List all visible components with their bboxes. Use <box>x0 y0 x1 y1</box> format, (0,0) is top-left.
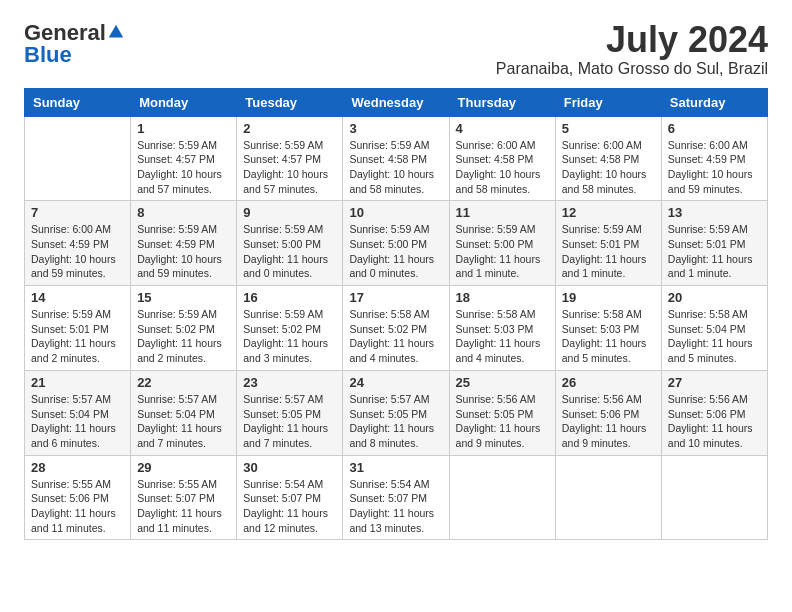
table-row: 2Sunrise: 5:59 AM Sunset: 4:57 PM Daylig… <box>237 116 343 201</box>
table-row: 8Sunrise: 5:59 AM Sunset: 4:59 PM Daylig… <box>131 201 237 286</box>
header-saturday: Saturday <box>661 88 767 116</box>
table-row: 15Sunrise: 5:59 AM Sunset: 5:02 PM Dayli… <box>131 286 237 371</box>
page-header: General Blue July 2024 Paranaiba, Mato G… <box>24 20 768 78</box>
day-info: Sunrise: 5:59 AM Sunset: 5:02 PM Dayligh… <box>243 307 336 366</box>
calendar-week-row: 21Sunrise: 5:57 AM Sunset: 5:04 PM Dayli… <box>25 370 768 455</box>
day-number: 1 <box>137 121 230 136</box>
table-row: 14Sunrise: 5:59 AM Sunset: 5:01 PM Dayli… <box>25 286 131 371</box>
table-row: 23Sunrise: 5:57 AM Sunset: 5:05 PM Dayli… <box>237 370 343 455</box>
day-info: Sunrise: 5:58 AM Sunset: 5:03 PM Dayligh… <box>562 307 655 366</box>
day-number: 26 <box>562 375 655 390</box>
day-info: Sunrise: 5:59 AM Sunset: 5:00 PM Dayligh… <box>456 222 549 281</box>
table-row: 9Sunrise: 5:59 AM Sunset: 5:00 PM Daylig… <box>237 201 343 286</box>
table-row: 20Sunrise: 5:58 AM Sunset: 5:04 PM Dayli… <box>661 286 767 371</box>
day-info: Sunrise: 6:00 AM Sunset: 4:58 PM Dayligh… <box>562 138 655 197</box>
table-row: 3Sunrise: 5:59 AM Sunset: 4:58 PM Daylig… <box>343 116 449 201</box>
day-info: Sunrise: 5:59 AM Sunset: 5:01 PM Dayligh… <box>31 307 124 366</box>
logo-icon <box>107 23 125 41</box>
day-number: 6 <box>668 121 761 136</box>
table-row <box>25 116 131 201</box>
day-info: Sunrise: 5:58 AM Sunset: 5:02 PM Dayligh… <box>349 307 442 366</box>
day-info: Sunrise: 5:59 AM Sunset: 5:02 PM Dayligh… <box>137 307 230 366</box>
table-row: 13Sunrise: 5:59 AM Sunset: 5:01 PM Dayli… <box>661 201 767 286</box>
table-row <box>449 455 555 540</box>
day-info: Sunrise: 5:57 AM Sunset: 5:04 PM Dayligh… <box>137 392 230 451</box>
day-number: 31 <box>349 460 442 475</box>
day-number: 11 <box>456 205 549 220</box>
day-number: 22 <box>137 375 230 390</box>
table-row: 4Sunrise: 6:00 AM Sunset: 4:58 PM Daylig… <box>449 116 555 201</box>
header-sunday: Sunday <box>25 88 131 116</box>
header-tuesday: Tuesday <box>237 88 343 116</box>
table-row: 16Sunrise: 5:59 AM Sunset: 5:02 PM Dayli… <box>237 286 343 371</box>
day-number: 13 <box>668 205 761 220</box>
day-number: 27 <box>668 375 761 390</box>
day-number: 21 <box>31 375 124 390</box>
svg-marker-0 <box>109 25 123 38</box>
day-info: Sunrise: 5:54 AM Sunset: 5:07 PM Dayligh… <box>243 477 336 536</box>
table-row <box>555 455 661 540</box>
calendar-week-row: 14Sunrise: 5:59 AM Sunset: 5:01 PM Dayli… <box>25 286 768 371</box>
header-thursday: Thursday <box>449 88 555 116</box>
day-number: 17 <box>349 290 442 305</box>
table-row <box>661 455 767 540</box>
table-row: 1Sunrise: 5:59 AM Sunset: 4:57 PM Daylig… <box>131 116 237 201</box>
day-info: Sunrise: 6:00 AM Sunset: 4:59 PM Dayligh… <box>31 222 124 281</box>
table-row: 21Sunrise: 5:57 AM Sunset: 5:04 PM Dayli… <box>25 370 131 455</box>
table-row: 27Sunrise: 5:56 AM Sunset: 5:06 PM Dayli… <box>661 370 767 455</box>
table-row: 28Sunrise: 5:55 AM Sunset: 5:06 PM Dayli… <box>25 455 131 540</box>
day-info: Sunrise: 5:59 AM Sunset: 5:00 PM Dayligh… <box>243 222 336 281</box>
day-number: 20 <box>668 290 761 305</box>
day-info: Sunrise: 5:55 AM Sunset: 5:07 PM Dayligh… <box>137 477 230 536</box>
table-row: 24Sunrise: 5:57 AM Sunset: 5:05 PM Dayli… <box>343 370 449 455</box>
day-info: Sunrise: 5:59 AM Sunset: 5:01 PM Dayligh… <box>562 222 655 281</box>
day-info: Sunrise: 5:59 AM Sunset: 4:58 PM Dayligh… <box>349 138 442 197</box>
day-number: 12 <box>562 205 655 220</box>
day-number: 2 <box>243 121 336 136</box>
day-number: 24 <box>349 375 442 390</box>
table-row: 18Sunrise: 5:58 AM Sunset: 5:03 PM Dayli… <box>449 286 555 371</box>
day-info: Sunrise: 6:00 AM Sunset: 4:59 PM Dayligh… <box>668 138 761 197</box>
day-info: Sunrise: 5:57 AM Sunset: 5:04 PM Dayligh… <box>31 392 124 451</box>
day-number: 4 <box>456 121 549 136</box>
table-row: 22Sunrise: 5:57 AM Sunset: 5:04 PM Dayli… <box>131 370 237 455</box>
table-row: 7Sunrise: 6:00 AM Sunset: 4:59 PM Daylig… <box>25 201 131 286</box>
title-block: July 2024 Paranaiba, Mato Grosso do Sul,… <box>496 20 768 78</box>
table-row: 19Sunrise: 5:58 AM Sunset: 5:03 PM Dayli… <box>555 286 661 371</box>
weekday-header-row: Sunday Monday Tuesday Wednesday Thursday… <box>25 88 768 116</box>
calendar-week-row: 7Sunrise: 6:00 AM Sunset: 4:59 PM Daylig… <box>25 201 768 286</box>
table-row: 25Sunrise: 5:56 AM Sunset: 5:05 PM Dayli… <box>449 370 555 455</box>
day-number: 10 <box>349 205 442 220</box>
header-monday: Monday <box>131 88 237 116</box>
day-number: 5 <box>562 121 655 136</box>
day-number: 29 <box>137 460 230 475</box>
day-info: Sunrise: 5:55 AM Sunset: 5:06 PM Dayligh… <box>31 477 124 536</box>
day-number: 8 <box>137 205 230 220</box>
day-number: 3 <box>349 121 442 136</box>
day-info: Sunrise: 5:57 AM Sunset: 5:05 PM Dayligh… <box>243 392 336 451</box>
day-info: Sunrise: 5:58 AM Sunset: 5:04 PM Dayligh… <box>668 307 761 366</box>
table-row: 17Sunrise: 5:58 AM Sunset: 5:02 PM Dayli… <box>343 286 449 371</box>
table-row: 30Sunrise: 5:54 AM Sunset: 5:07 PM Dayli… <box>237 455 343 540</box>
day-info: Sunrise: 5:54 AM Sunset: 5:07 PM Dayligh… <box>349 477 442 536</box>
table-row: 26Sunrise: 5:56 AM Sunset: 5:06 PM Dayli… <box>555 370 661 455</box>
day-number: 19 <box>562 290 655 305</box>
day-number: 7 <box>31 205 124 220</box>
header-wednesday: Wednesday <box>343 88 449 116</box>
location-title: Paranaiba, Mato Grosso do Sul, Brazil <box>496 60 768 78</box>
calendar-week-row: 28Sunrise: 5:55 AM Sunset: 5:06 PM Dayli… <box>25 455 768 540</box>
table-row: 5Sunrise: 6:00 AM Sunset: 4:58 PM Daylig… <box>555 116 661 201</box>
day-number: 18 <box>456 290 549 305</box>
day-number: 16 <box>243 290 336 305</box>
day-number: 15 <box>137 290 230 305</box>
day-info: Sunrise: 5:59 AM Sunset: 5:00 PM Dayligh… <box>349 222 442 281</box>
table-row: 29Sunrise: 5:55 AM Sunset: 5:07 PM Dayli… <box>131 455 237 540</box>
day-info: Sunrise: 5:58 AM Sunset: 5:03 PM Dayligh… <box>456 307 549 366</box>
day-info: Sunrise: 5:59 AM Sunset: 4:59 PM Dayligh… <box>137 222 230 281</box>
calendar-table: Sunday Monday Tuesday Wednesday Thursday… <box>24 88 768 541</box>
day-info: Sunrise: 5:56 AM Sunset: 5:06 PM Dayligh… <box>562 392 655 451</box>
table-row: 10Sunrise: 5:59 AM Sunset: 5:00 PM Dayli… <box>343 201 449 286</box>
day-info: Sunrise: 6:00 AM Sunset: 4:58 PM Dayligh… <box>456 138 549 197</box>
day-number: 30 <box>243 460 336 475</box>
logo-blue: Blue <box>24 42 72 68</box>
